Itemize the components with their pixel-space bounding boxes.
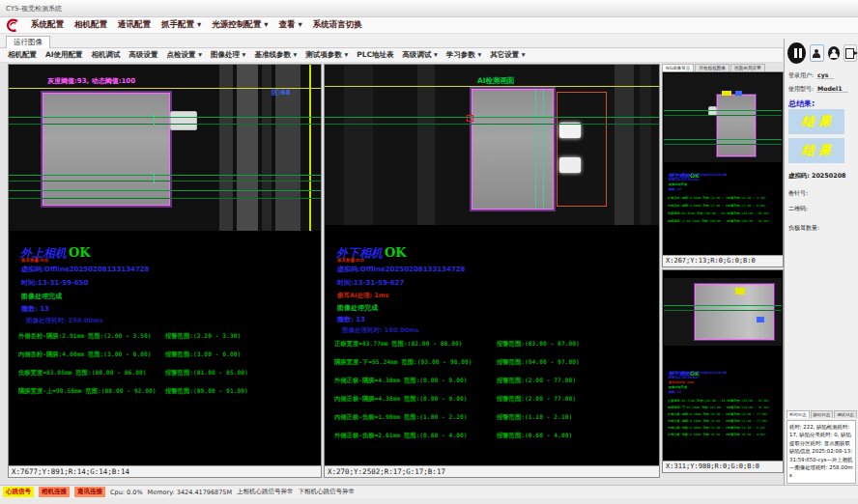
tab-defect-log[interactable]: 缺陷日志 bbox=[811, 410, 834, 418]
measurement-row: 负极宽度=83.05mm 范围:(80.00 - 86.00) 报警范围:(81… bbox=[668, 211, 781, 215]
menu-item-view[interactable]: 查看 ▾ bbox=[278, 19, 301, 31]
status-bar: 心跳信号 相机连接 通讯连接 Cpu: 0.0% Memory: 3424.41… bbox=[0, 485, 858, 498]
measurement-alarm-range: 报警范围:(81.00 - 85.00) bbox=[728, 211, 769, 215]
measurement-alarm-range: 报警范围:(3.00 - 6.00) bbox=[165, 350, 241, 359]
ng-note: 极耳数量:0|0 bbox=[337, 258, 364, 263]
measure-line-green bbox=[664, 310, 782, 311]
measurement-row: 负极宽度=83.05mm 范围:(80.00 - 86.00) 报警范围:(81… bbox=[18, 369, 319, 378]
tab-all-cameras[interactable]: 所有相机图像 bbox=[695, 64, 729, 71]
virtual-code: 虚拟码:Offline20250208133134728 bbox=[337, 265, 466, 274]
bright-tab-blob bbox=[559, 157, 581, 173]
menu-item-comm-config[interactable]: 通讯配置 bbox=[118, 19, 151, 31]
mini-camera-image-upper[interactable] bbox=[664, 73, 782, 162]
qr-code-label: 二维码: bbox=[788, 205, 808, 213]
upper-camera-heartbeat-status: 上相机心跳信号异常 bbox=[237, 488, 294, 496]
toolbar-plc-address-table[interactable]: PLC地址表 bbox=[357, 50, 393, 60]
menu-item-language-switch[interactable]: 系统语言切换 bbox=[313, 19, 362, 31]
user-icon bbox=[813, 49, 821, 58]
toolbar-advanced-debug[interactable]: 高级调试 ▾ bbox=[402, 50, 437, 60]
model-value: Model1 bbox=[816, 85, 847, 93]
measure-line-green bbox=[664, 110, 782, 111]
mini-panel-lower: 外下相机OK 虚拟码:Offline20250208133134728 时间:1… bbox=[662, 269, 784, 473]
measurement-alarm-range: 报警范围:(2.00 - 77.00) bbox=[728, 419, 768, 423]
user-switch-button[interactable] bbox=[810, 44, 823, 62]
camera-image-lower[interactable]: AI检测画面 bbox=[325, 65, 659, 225]
measure-line-green bbox=[9, 175, 321, 176]
toolbar-spot-check[interactable]: 点检设置 ▾ bbox=[167, 50, 202, 60]
sidebar-buttons bbox=[787, 41, 857, 66]
measurement-value: 外侧正极-隔膜=4.38mm 范围:(0.00 - 9.00) bbox=[668, 412, 728, 416]
measurement-value: 隔膜宽度-下=95.24mm 范围:(93.00 - 98.00) bbox=[668, 406, 728, 409]
tab-layout-settings[interactable]: 画面布局设置 bbox=[730, 64, 765, 71]
ai-process-note: 极耳AI处理: 1ms bbox=[337, 292, 388, 300]
roi-outline-orange bbox=[557, 92, 607, 207]
menu-item-camera-config[interactable]: 相机配置 bbox=[74, 19, 107, 31]
measurement-row: 隔膜宽度-上=90.56mm 范围:(88.00 - 92.00) 报警范围:(… bbox=[668, 219, 781, 223]
image-structure bbox=[344, 65, 373, 225]
timestamp: 时间:13-31-59-650 bbox=[669, 179, 700, 182]
measurement-row: 内侧正极-隔膜=4.38mm 范围:(0.00 - 9.00) 报警范围:(2.… bbox=[668, 419, 781, 423]
toolbar-ai-usage-config[interactable]: AI使用配置 bbox=[45, 50, 83, 60]
mini-camera-image-lower[interactable] bbox=[664, 278, 782, 346]
titlebar: CYS-视觉检测系统 bbox=[0, 0, 858, 17]
menu-item-system-config[interactable]: 系统配置 bbox=[31, 19, 64, 31]
pixel-readout-upper: X:7677;Y:891;R:14;G:14;B:14 bbox=[9, 465, 321, 477]
measurement-alarm-range: 报警范围:(83.00 - 87.00) bbox=[728, 399, 769, 403]
main-area: 灰度阈值:93, 动态阈值:100 区:68 外上相机OK 极耳数量:0|0 虚… bbox=[0, 63, 858, 485]
toolbar-baseline-params[interactable]: 基准线参数 ▾ bbox=[254, 50, 297, 60]
operator-button[interactable] bbox=[828, 46, 840, 60]
negative-tab-count-label: 负极耳数量: bbox=[788, 224, 819, 233]
process-status: 图像处理完成 bbox=[337, 303, 378, 313]
measurement-value: 负极宽度=83.05mm 范围:(80.00 - 86.00) bbox=[18, 369, 165, 378]
camera-link-badge: 相机连接 bbox=[39, 487, 70, 497]
measurement-value: 内侧正极-隔膜=4.38mm 范围:(0.00 - 9.00) bbox=[334, 395, 497, 404]
memory-usage: Memory: 3424.41796875M bbox=[148, 489, 233, 496]
tab-run-image[interactable]: 运行图像 bbox=[6, 36, 50, 48]
log-content[interactable]: 耗时: 222, 缺陷检测耗时: 17, 缺陷分类耗时: 0, 缺陷提取分区耗时… bbox=[786, 420, 856, 484]
pixel-readout-lower: X:270;Y:2502;R:17;G:17;B:17 bbox=[325, 465, 659, 477]
measurement-alarm-range: 报警范围:(0.60 - 4.00) bbox=[728, 433, 766, 436]
measurement-alarm-range: 报警范围:(2.20 - 3.30) bbox=[165, 332, 241, 341]
tab-ng-display[interactable]: NG成像显示 bbox=[662, 64, 694, 71]
virtual-code-label: 虚拟码: bbox=[788, 172, 810, 180]
toolbar-camera-config[interactable]: 相机配置 bbox=[8, 50, 37, 60]
virtual-code: 虚拟码:Offline20250208133134728 bbox=[669, 372, 727, 375]
needle-number-label: 卷针号: bbox=[788, 189, 808, 198]
toolbar-advanced-settings[interactable]: 高级设置 bbox=[129, 50, 158, 60]
measurement-value: 隔膜宽度-上=90.56mm 范围:(88.00 - 92.00) bbox=[668, 219, 728, 223]
camera-panel-upper: 灰度阈值:93, 动态阈值:100 区:68 外上相机OK 极耳数量:0|0 虚… bbox=[8, 64, 322, 478]
measurement-value: 负极宽度=83.05mm 范围:(80.00 - 86.00) bbox=[668, 211, 728, 215]
tab-timing-log[interactable]: 耗时日志 bbox=[786, 410, 810, 418]
toolbar-image-processing[interactable]: 图像处理 ▾ bbox=[211, 50, 245, 60]
measurement-value: 外侧丢粉-隔膜:2.91mm 范围:(2.00 - 3.50) bbox=[668, 196, 728, 200]
cpu-usage: Cpu: 0.0% bbox=[110, 489, 143, 496]
measurement-alarm-range: 报警范围:(94.00 - 97.00) bbox=[497, 358, 580, 367]
camera-image-upper[interactable]: 灰度阈值:93, 动态阈值:100 区:68 bbox=[9, 65, 321, 231]
image-structure bbox=[219, 65, 233, 231]
measure-line-green bbox=[9, 117, 321, 118]
timestamp: 时间:13-31-59-627 bbox=[337, 278, 404, 288]
toolbar-test-item-params[interactable]: 测试项参数 ▾ bbox=[305, 50, 348, 60]
measurement-alarm-range: 报警范围:(2.20 - 3.30) bbox=[728, 196, 766, 200]
measurement-value: 内侧正极-隔膜=4.38mm 范围:(0.00 - 9.00) bbox=[668, 419, 728, 423]
camera-panel-lower: AI检测画面 外下相机OK 极耳数量:0|0 虚拟码:Offline202502… bbox=[324, 64, 660, 478]
measurement-value: 外侧丢粉-隔膜:2.91mm 范围:(2.00 - 3.50) bbox=[18, 332, 165, 341]
measure-line-green bbox=[9, 181, 321, 182]
measure-line-green bbox=[9, 190, 321, 191]
marker-yellow bbox=[722, 91, 731, 96]
toolbar-learning-params[interactable]: 学习参数 ▾ bbox=[446, 50, 481, 60]
ai-view-label: AI检测画面 bbox=[477, 76, 515, 86]
measure-line-green bbox=[664, 115, 782, 116]
logout-button[interactable] bbox=[844, 44, 857, 62]
tab-debug-log[interactable]: 调试日志 bbox=[834, 410, 857, 418]
edge-line-yellow-green bbox=[309, 65, 311, 231]
edge-tick bbox=[154, 113, 155, 125]
toolbar-camera-debug[interactable]: 相机调试 bbox=[92, 50, 121, 60]
toolbar-other-settings[interactable]: 其它设置 ▾ bbox=[490, 50, 525, 60]
measurement-value: 内侧正极-负极=1.90mm 范围:(1.00 - 2.20) bbox=[334, 413, 497, 422]
pause-button[interactable] bbox=[787, 42, 806, 64]
menu-item-light-control[interactable]: 光源控制配置 ▾ bbox=[212, 19, 268, 31]
menu-item-gripper-config[interactable]: 抓手配置 ▾ bbox=[161, 19, 201, 31]
measurement-value: 正极宽度=83.77mm 范围:(82.00 - 88.00) bbox=[334, 340, 497, 349]
image-structure bbox=[417, 65, 435, 225]
